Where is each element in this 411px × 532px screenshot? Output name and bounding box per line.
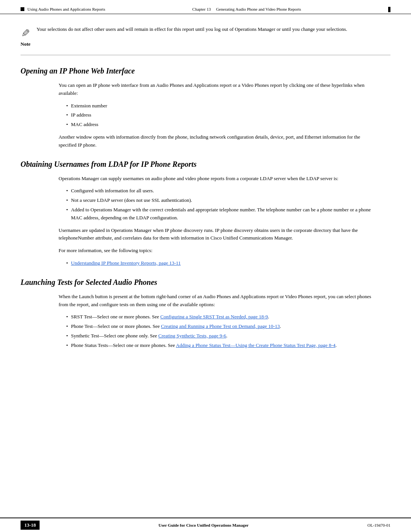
phone-status-link[interactable]: Adding a Phone Status Test—Using the Cre… [176,342,335,348]
srst-link[interactable]: Configuring a Single SRST Test as Needed… [160,314,268,320]
list-item: IP address [66,111,379,119]
header-right [388,7,390,12]
footer-right-text: OL-19470-01 [367,523,390,527]
header-left-text: Using Audio Phones and Applications Repo… [27,7,105,11]
main-content: ✎ Note Your selections do not affect oth… [0,14,411,391]
note-text: Your selections do not affect other user… [37,26,390,33]
header-chapter-title: Generating Audio Phone and Video Phone R… [216,7,301,11]
header-bar-icon [388,7,390,12]
obtaining-bullet-list: Configured with information for all user… [66,187,379,222]
header-square-icon [21,7,24,11]
list-item: Configured with information for all user… [66,187,379,195]
header-chapter: Chapter 13 [192,7,211,11]
list-item: Not a secure LDAP server (does not use S… [66,197,379,204]
section-launching-tests: Launching Tests for Selected Audio Phone… [21,278,390,350]
list-item: MAC address [66,121,379,129]
list-item: SRST Test—Select one or more phones. See… [66,313,379,321]
launching-bullet-list: SRST Test—Select one or more phones. See… [66,313,379,349]
list-item: Phone Status Tests—Select one or more ph… [66,342,379,350]
note-section: ✎ Note Your selections do not affect oth… [21,26,390,55]
list-item: Added to Operations Manager with the cor… [66,206,379,222]
opening-para-2: Another window opens with information di… [59,133,379,149]
pencil-icon: ✎ [21,27,30,40]
footer-left: 13-18 [21,521,40,530]
list-item: Phone Test—Select one or more phones. Se… [66,323,379,331]
section-obtaining-usernames: Obtaining Usernames from LDAP for IP Pho… [21,160,390,267]
ldap-link[interactable]: Understanding IP Phone Inventory Reports… [71,260,181,266]
page-header: Using Audio Phones and Applications Repo… [0,0,411,14]
obtaining-link-list: Understanding IP Phone Inventory Reports… [66,259,379,267]
note-label: Note [21,41,30,47]
list-item: Understanding IP Phone Inventory Reports… [66,259,379,267]
section-heading-opening: Opening an IP Phone Web Interface [21,67,390,75]
footer-center-text: User Guide for Cisco Unified Operations … [159,523,249,527]
phone-test-link[interactable]: Creating and Running a Phone Test on Dem… [161,323,280,329]
header-left: Using Audio Phones and Applications Repo… [21,7,105,11]
synthetic-test-link[interactable]: Creating Synthetic Tests, page 9-6 [158,333,226,339]
opening-para-1: You can open an IP phone web interface f… [59,81,379,97]
list-item: Extension number [66,102,379,110]
obtaining-para-2: Usernames are updated in Operations Mana… [59,227,379,243]
obtaining-para-1: Operations Manager can supply usernames … [59,175,379,183]
page-footer: 13-18 User Guide for Cisco Unified Opera… [0,518,411,532]
launching-para-1: When the Launch button is present at the… [59,293,379,309]
note-icon-area: ✎ Note [21,26,30,47]
page-number: 13-18 [21,521,40,530]
obtaining-para-3: For more information, see the following … [59,247,379,255]
list-item: Synthetic Test—Select one phone only. Se… [66,332,379,340]
header-center: Chapter 13 Generating Audio Phone and Vi… [192,7,301,11]
section-heading-obtaining: Obtaining Usernames from LDAP for IP Pho… [21,160,390,169]
section-heading-launching: Launching Tests for Selected Audio Phone… [21,278,390,287]
opening-bullet-list: Extension number IP address MAC address [66,102,379,129]
section-opening-ip-phone: Opening an IP Phone Web Interface You ca… [21,67,390,149]
